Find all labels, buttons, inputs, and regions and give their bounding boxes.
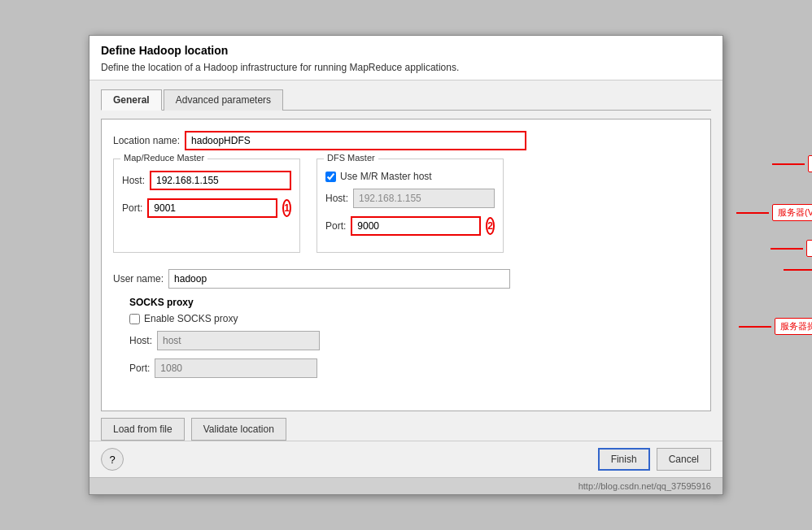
validate-location-button[interactable]: Validate location bbox=[191, 418, 286, 441]
dialog-subtitle: Define the location of a Hadoop infrastr… bbox=[101, 62, 711, 73]
finish-button[interactable]: Finish bbox=[598, 448, 650, 471]
annotation-port1: 1、端口mapred-site.xml里面设置的端口 bbox=[771, 240, 812, 257]
watermark-bar: http://blog.csdn.net/qq_37595916 bbox=[89, 477, 723, 494]
mr-host-label: Host: bbox=[122, 175, 145, 186]
mapreduce-section-label: Map/Reduce Master bbox=[120, 153, 207, 163]
location-name-label: Location name: bbox=[113, 135, 180, 146]
annotation-port2: 2、端口core-site.xml里面设置的端口 bbox=[784, 261, 812, 278]
socks-port-row: Port: bbox=[129, 358, 699, 378]
socks-port-input[interactable] bbox=[155, 358, 317, 378]
dfs-port-label: Port: bbox=[325, 220, 346, 232]
socks-enable-row: Enable SOCKS proxy bbox=[129, 313, 699, 324]
mr-port-input[interactable] bbox=[147, 198, 277, 218]
dfs-use-mr-checkbox[interactable] bbox=[325, 172, 336, 182]
circle-badge-1: 1 bbox=[282, 199, 291, 217]
dfs-host-row: Host: bbox=[325, 189, 495, 208]
load-validate-row: Load from file Validate location bbox=[89, 411, 723, 441]
annotation-location-name: 自己起名字 无关 bbox=[772, 155, 812, 172]
mr-host-input[interactable] bbox=[150, 171, 291, 190]
socks-host-input[interactable] bbox=[157, 331, 320, 350]
annotation-ip-address: 服务器(VM) hadoop安装IP地址 bbox=[736, 204, 812, 221]
dfs-section-label: DFS Master bbox=[324, 153, 378, 163]
annotation-username-text: 服务器操作hadoop的 linux用户名 bbox=[775, 318, 812, 335]
dialog-footer: ? Finish Cancel bbox=[89, 441, 723, 477]
annotation-port1-text: 1、端口mapred-site.xml里面设置的端口 bbox=[806, 240, 812, 257]
user-name-label: User name: bbox=[113, 273, 164, 285]
user-name-row: User name: bbox=[113, 269, 699, 289]
socks-enable-checkbox[interactable] bbox=[129, 314, 140, 324]
socks-section-label: SOCKS proxy bbox=[129, 297, 699, 308]
user-name-input[interactable] bbox=[168, 269, 510, 289]
help-button[interactable]: ? bbox=[101, 448, 124, 471]
location-name-input[interactable] bbox=[185, 131, 526, 150]
dialog-title: Define Hadoop location bbox=[101, 44, 711, 57]
mapreduce-master-section: Map/Reduce Master Host: Port: 1 bbox=[113, 159, 300, 253]
tab-content-general: Location name: Map/Reduce Master Host: bbox=[101, 119, 711, 411]
dfs-host-input[interactable] bbox=[353, 189, 495, 208]
mr-port-label: Port: bbox=[122, 202, 142, 214]
dfs-port-input[interactable] bbox=[351, 216, 481, 236]
dialog-title-bar: Define Hadoop location Define the locati… bbox=[89, 36, 723, 80]
action-buttons: Finish Cancel bbox=[598, 448, 711, 471]
annotation-username: 服务器操作hadoop的 linux用户名 bbox=[739, 318, 812, 335]
tabs: General Advanced parameters bbox=[101, 89, 711, 111]
annotation-location-name-text: 自己起名字 无关 bbox=[808, 155, 812, 172]
master-sections: Map/Reduce Master Host: Port: 1 bbox=[113, 159, 699, 261]
annotation-ip-address-text: 服务器(VM) hadoop安装IP地址 bbox=[772, 204, 812, 221]
watermark-text: http://blog.csdn.net/qq_37595916 bbox=[578, 481, 711, 491]
dfs-host-label: Host: bbox=[325, 193, 348, 204]
socks-enable-label: Enable SOCKS proxy bbox=[144, 313, 238, 324]
socks-port-label: Port: bbox=[129, 363, 150, 374]
load-from-file-button[interactable]: Load from file bbox=[101, 418, 185, 441]
dfs-port-row: Port: 2 bbox=[325, 216, 495, 236]
cancel-button[interactable]: Cancel bbox=[657, 448, 711, 471]
dialog-define-hadoop: Define Hadoop location Define the locati… bbox=[89, 35, 723, 495]
dfs-use-mr-label: Use M/R Master host bbox=[340, 171, 432, 182]
tab-general[interactable]: General bbox=[101, 89, 162, 111]
mr-host-row: Host: bbox=[122, 171, 291, 190]
dialog-body: General Advanced parameters Location nam… bbox=[89, 80, 723, 411]
socks-host-label: Host: bbox=[129, 335, 152, 346]
dfs-master-section: DFS Master Use M/R Master host Host: Por… bbox=[317, 159, 504, 253]
tab-advanced-parameters[interactable]: Advanced parameters bbox=[164, 89, 283, 111]
mr-port-row: Port: 1 bbox=[122, 198, 291, 218]
location-name-row: Location name: bbox=[113, 131, 699, 150]
socks-proxy-section: SOCKS proxy Enable SOCKS proxy Host: Por… bbox=[129, 297, 699, 378]
socks-host-row: Host: bbox=[129, 331, 699, 350]
help-area: ? bbox=[101, 448, 124, 471]
dfs-use-mr-row: Use M/R Master host bbox=[325, 171, 495, 182]
circle-badge-2: 2 bbox=[486, 217, 495, 235]
